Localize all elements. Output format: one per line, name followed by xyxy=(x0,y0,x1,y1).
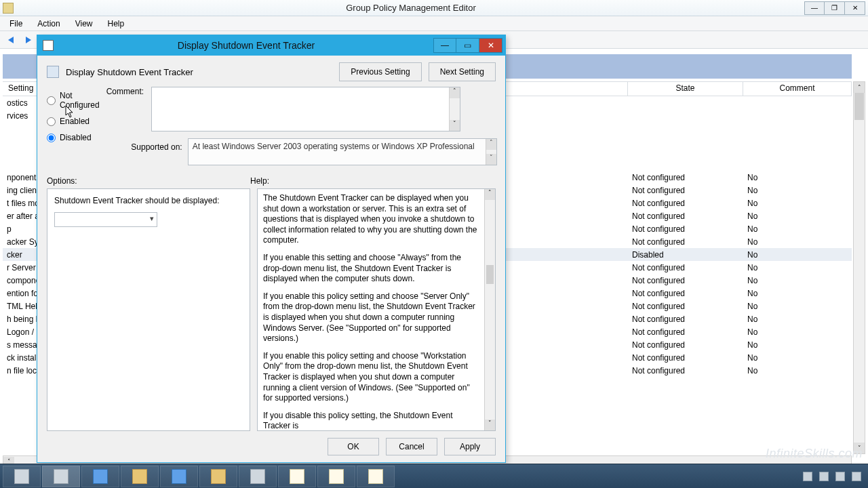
dialog-titlebar: Display Shutdown Event Tracker — ▭ ✕ xyxy=(37,35,505,56)
taskbar-app[interactable] xyxy=(199,466,237,487)
help-p: If you enable this policy setting and ch… xyxy=(263,351,480,404)
window-title: Group Policy Management Editor xyxy=(18,3,804,13)
taskbar-app[interactable] xyxy=(239,466,277,487)
maximize-button[interactable]: ❐ xyxy=(825,1,845,15)
help-panel: The Shutdown Event Tracker can be displa… xyxy=(257,188,496,431)
watermark: InfiniteSkills.com xyxy=(766,447,863,461)
system-tray[interactable] xyxy=(803,472,865,481)
help-scrollbar[interactable]: ˄ ˅ xyxy=(484,189,495,430)
taskbar xyxy=(0,464,868,488)
list-cell-comment: No xyxy=(743,199,852,208)
radio-not-configured[interactable]: Not Configured xyxy=(47,91,100,110)
scroll-up-icon[interactable]: ˄ xyxy=(854,82,865,93)
window-controls: — ❐ ✕ xyxy=(804,1,865,15)
list-cell-comment: No xyxy=(743,366,852,375)
help-p: If you disable this policy setting, the … xyxy=(263,411,480,431)
menubar: File Action View Help xyxy=(0,16,868,31)
arrow-right-icon xyxy=(26,37,31,43)
nav-forward-button[interactable] xyxy=(20,33,37,47)
list-cell-state: Not configured xyxy=(628,314,743,324)
display-mode-dropdown[interactable] xyxy=(54,212,157,227)
list-cell-state: Not configured xyxy=(628,289,743,298)
list-cell-state: Disabled xyxy=(628,250,743,260)
menu-view[interactable]: View xyxy=(68,18,100,30)
tray-network-icon[interactable] xyxy=(835,472,845,481)
supported-label: Supported on: xyxy=(106,138,182,152)
dialog-maximize-button[interactable]: ▭ xyxy=(456,38,479,53)
taskbar-server-manager[interactable] xyxy=(42,466,80,487)
comment-scrollbar[interactable]: ˄˅ xyxy=(449,87,460,131)
help-scroll-thumb[interactable] xyxy=(486,265,494,284)
scroll-thumb[interactable] xyxy=(854,93,864,120)
list-cell-comment: No xyxy=(743,173,852,182)
dialog-title: Display Shutdown Event Tracker xyxy=(59,40,433,51)
list-cell-state: Not configured xyxy=(628,302,743,311)
list-cell-comment: No xyxy=(743,289,852,298)
setting-name: Display Shutdown Event Tracker xyxy=(66,67,332,77)
taskbar-powershell[interactable] xyxy=(81,466,119,487)
list-cell-state: Not configured xyxy=(628,199,743,208)
taskbar-explorer[interactable] xyxy=(121,466,159,487)
list-cell-state: Not configured xyxy=(628,224,743,234)
menu-help[interactable]: Help xyxy=(101,18,132,30)
radio-disabled[interactable]: Disabled xyxy=(47,133,100,142)
next-setting-button[interactable]: Next Setting xyxy=(429,62,496,81)
menu-file[interactable]: File xyxy=(3,18,29,30)
tray-keyboard-icon[interactable] xyxy=(803,472,812,481)
list-cell-comment: No xyxy=(743,302,852,311)
help-p: If you enable this setting and choose "A… xyxy=(263,253,480,285)
taskbar-notepad[interactable] xyxy=(357,466,395,487)
list-cell-state: Not configured xyxy=(628,186,743,195)
apply-button[interactable]: Apply xyxy=(444,438,496,455)
list-cell-state: Not configured xyxy=(628,263,743,272)
list-cell-state: Not configured xyxy=(628,353,743,363)
dialog-close-button[interactable]: ✕ xyxy=(479,38,502,53)
tray-flag-icon[interactable] xyxy=(819,472,829,481)
options-panel: Shutdown Event Tracker should be display… xyxy=(47,188,250,431)
list-cell-comment: No xyxy=(743,237,852,247)
taskbar-notepad[interactable] xyxy=(278,466,316,487)
taskbar-start[interactable] xyxy=(3,466,41,487)
col-header-comment[interactable]: Comment xyxy=(743,82,852,96)
list-cell-comment: No xyxy=(743,276,852,285)
supported-scrollbar[interactable]: ˄˅ xyxy=(486,139,496,165)
radio-enabled[interactable]: Enabled xyxy=(47,117,100,126)
menu-action[interactable]: Action xyxy=(31,18,66,30)
dialog-icon xyxy=(43,40,54,51)
dialog-minimize-button[interactable]: — xyxy=(433,38,456,53)
list-cell-state: Not configured xyxy=(628,366,743,375)
state-radio-group: Not Configured Enabled Disabled xyxy=(47,87,100,165)
list-cell-comment: No xyxy=(743,340,852,350)
list-cell-comment: No xyxy=(743,327,852,337)
list-cell-state: Not configured xyxy=(628,211,743,221)
list-cell-state: Not configured xyxy=(628,276,743,285)
cancel-button[interactable]: Cancel xyxy=(386,438,437,455)
col-header-state[interactable]: State xyxy=(628,82,743,96)
titlebar: Group Policy Management Editor — ❐ ✕ xyxy=(0,0,868,16)
list-cell-comment: No xyxy=(743,263,852,272)
policy-dialog: Display Shutdown Event Tracker — ▭ ✕ Dis… xyxy=(37,35,506,463)
setting-icon xyxy=(47,66,59,78)
taskbar-app[interactable] xyxy=(160,466,198,487)
previous-setting-button[interactable]: Previous Setting xyxy=(339,62,421,81)
list-cell-state: Not configured xyxy=(628,173,743,182)
list-cell-comment: No xyxy=(743,314,852,324)
close-button[interactable]: ✕ xyxy=(845,1,865,15)
minimize-button[interactable]: — xyxy=(804,1,825,15)
list-cell-comment: No xyxy=(743,250,852,260)
vertical-scrollbar[interactable]: ˄ ˅ xyxy=(853,81,865,454)
nav-back-button[interactable] xyxy=(3,33,19,47)
list-cell-comment: No xyxy=(743,224,852,234)
taskbar-notepad[interactable] xyxy=(317,466,355,487)
app-icon xyxy=(3,3,14,14)
tray-volume-icon[interactable] xyxy=(852,472,861,481)
list-cell-state: Not configured xyxy=(628,327,743,337)
ok-button[interactable]: OK xyxy=(328,438,379,455)
supported-on-text: At least Windows Server 2003 operating s… xyxy=(188,138,497,165)
arrow-left-icon xyxy=(8,37,14,43)
help-label: Help: xyxy=(250,176,496,186)
options-label: Options: xyxy=(47,176,250,186)
help-p: If you enable this policy setting and ch… xyxy=(263,291,480,344)
comment-input[interactable]: ˄˅ xyxy=(151,87,460,131)
list-cell-state: Not configured xyxy=(628,237,743,247)
